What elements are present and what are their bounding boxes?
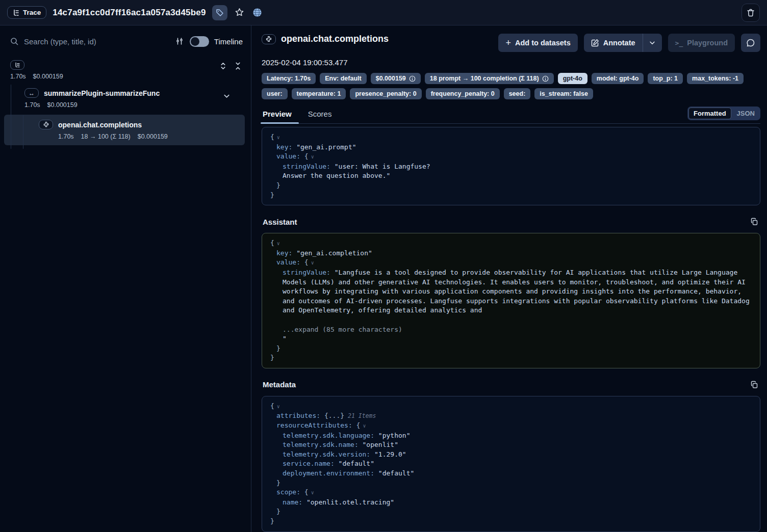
observation-detail-panel: openai.chat.completions + Add to dataset… [251, 25, 767, 532]
collapse-caret-icon[interactable]: ∨ [311, 260, 314, 265]
terminal-icon: >_ [675, 39, 683, 47]
trace-tree-sidebar: Timeline 1.70s $0.000 [0, 25, 251, 532]
filter-sliders-button[interactable] [174, 36, 185, 46]
page-title: openai.chat.completions [281, 34, 389, 44]
code-line: " [270, 334, 752, 344]
code-line: value: {∨ [270, 258, 752, 268]
collapse-caret-icon[interactable]: ∨ [277, 241, 280, 246]
copy-button[interactable] [749, 217, 759, 227]
code-line: key: "gen_ai.prompt" [270, 143, 752, 152]
chevron-down-icon[interactable] [223, 92, 231, 100]
search-icon [10, 37, 19, 46]
playground-button[interactable]: >_ Playground [668, 34, 735, 52]
trace-node-badge[interactable] [10, 60, 24, 70]
tab-scores[interactable]: Scores [307, 107, 333, 123]
trace-id: 14c7a9f1cc0d7ff16ac1a057a3d45be9 [53, 8, 206, 18]
tree-node-generation-selected[interactable]: openai.chat.completions 1.70s 18 → 100 (… [4, 115, 245, 145]
globe-icon [252, 8, 262, 17]
code-line: {∨ [270, 402, 752, 412]
generation-tokens: 18 → 100 (Σ 118) [81, 133, 131, 140]
public-share-button[interactable] [251, 7, 263, 18]
collapse-caret-icon[interactable]: ∨ [311, 154, 314, 159]
badge: Env: default [320, 73, 367, 84]
section-title: Assistant [263, 218, 297, 226]
collapse-all-button[interactable] [233, 61, 243, 71]
badge: frequency_penalty: 0 [426, 88, 500, 99]
tree-node-trace[interactable]: 1.70s $0.000159 [10, 60, 63, 80]
code-line: {∨ [270, 132, 752, 143]
badge: is_stream: false [534, 88, 593, 99]
code-line: service.name: "default" [270, 459, 752, 469]
annotate-dropdown-button[interactable] [643, 34, 662, 52]
code-line: Answer the question above." [270, 171, 752, 181]
trace-type-label: Trace [23, 9, 41, 16]
badge: user: [262, 88, 288, 99]
search-input[interactable] [24, 37, 169, 46]
preview-sections: {∨key: "gen_ai.prompt"value: {∨stringVal… [262, 127, 760, 532]
tree-node-span[interactable]: ↔ summarizePlugin-summarizeFunc 1.70s $0… [24, 88, 245, 109]
timeline-toggle[interactable] [190, 36, 209, 47]
trace-duration: 1.70s [10, 73, 26, 80]
chat-bubble-icon [746, 38, 755, 47]
generation-badge [262, 34, 276, 44]
expand-all-button[interactable] [218, 61, 228, 71]
badge: max_tokens: -1 [687, 73, 744, 84]
code-line: } [270, 478, 752, 488]
add-to-datasets-button[interactable]: + Add to datasets [498, 34, 577, 52]
expand-link[interactable]: ...expand (85 more characters) [283, 326, 402, 333]
code-line: } [270, 507, 752, 517]
pencil-square-icon [591, 39, 599, 47]
generation-icon [265, 36, 272, 43]
delete-trace-button[interactable] [742, 4, 760, 22]
sliders-icon [175, 37, 184, 45]
trace-type-badge[interactable]: Trace [7, 6, 46, 19]
section-title: Metadata [263, 380, 296, 389]
badge: $0.000159 [371, 73, 421, 84]
view-json-segment[interactable]: JSON [732, 108, 759, 119]
section-heading-metadata: Metadata [263, 380, 759, 390]
generation-name: openai.chat.completions [58, 121, 142, 129]
tree-icon [14, 62, 21, 68]
code-block-assistant: {∨key: "gen_ai.completion"value: {∨strin… [262, 233, 760, 368]
badge: gpt-4o [558, 73, 587, 84]
collapse-caret-icon[interactable]: ∨ [277, 135, 280, 140]
section-heading-assistant: Assistant [263, 217, 759, 227]
copy-button[interactable] [749, 380, 759, 390]
badge: 18 prompt → 100 completion (Σ 118) [425, 73, 554, 84]
badge: presence_penalty: 0 [350, 88, 421, 99]
tab-preview[interactable]: Preview [262, 107, 293, 123]
bookmark-star-button[interactable] [234, 7, 245, 18]
code-line [270, 315, 752, 325]
generation-icon [43, 121, 49, 128]
collapse-caret-icon[interactable]: ∨ [311, 490, 314, 495]
detail-tabs: PreviewScores [262, 107, 333, 123]
info-icon[interactable] [409, 75, 416, 82]
comments-button[interactable] [741, 34, 760, 52]
code-line: resourceAttributes: {∨ [270, 421, 752, 431]
code-line: deployment.environment: "default" [270, 469, 752, 478]
span-arrow-icon: ↔ [29, 90, 35, 96]
code-block-input: {∨key: "gen_ai.prompt"value: {∨stringVal… [262, 127, 760, 205]
code-line: } [270, 344, 752, 354]
code-line: ...expand (85 more characters) [270, 325, 752, 335]
metadata-badges: Latency: 1.70sEnv: default$0.00015918 pr… [262, 73, 760, 99]
topbar: Trace 14c7a9f1cc0d7ff16ac1a057a3d45be9 [0, 0, 767, 25]
generation-node-badge [39, 120, 53, 129]
tag-button[interactable] [212, 5, 227, 20]
code-line: telemetry.sdk.version: "1.29.0" [270, 450, 752, 460]
collapse-caret-icon[interactable]: ∨ [277, 404, 280, 409]
info-icon[interactable] [542, 75, 549, 82]
span-name: summarizePlugin-summarizeFunc [44, 89, 160, 97]
timeline-toggle-label: Timeline [214, 37, 243, 46]
view-formatted-segment[interactable]: Formatted [688, 108, 731, 119]
chevron-down-icon [649, 39, 656, 46]
code-line: name: "openlit.otel.tracing" [270, 498, 752, 508]
code-block-metadata: {∨attributes: {...} 21 ItemsresourceAttr… [262, 396, 760, 532]
code-line: stringValue: "Langfuse is a tool designe… [270, 268, 752, 315]
badge: top_p: 1 [648, 73, 683, 84]
annotate-button[interactable]: Annotate [584, 34, 643, 52]
generation-cost: $0.000159 [138, 133, 168, 140]
collapse-caret-icon[interactable]: ∨ [363, 423, 366, 429]
code-line: value: {∨ [270, 152, 752, 162]
code-line: } [270, 353, 752, 363]
